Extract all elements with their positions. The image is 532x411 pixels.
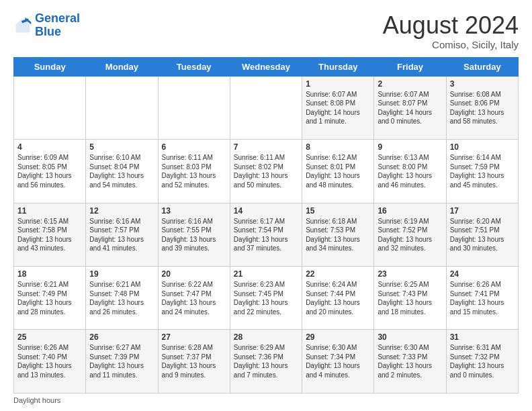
- day-info: Sunrise: 6:10 AM Sunset: 8:04 PM Dayligh…: [89, 153, 154, 189]
- calendar-day-cell: [158, 76, 230, 139]
- calendar-week-row: 1Sunrise: 6:07 AM Sunset: 8:08 PM Daylig…: [14, 76, 519, 139]
- day-number: 16: [378, 206, 442, 216]
- day-of-week-header: Monday: [86, 57, 158, 76]
- day-info: Sunrise: 6:30 AM Sunset: 7:34 PM Dayligh…: [306, 343, 370, 379]
- day-number: 17: [450, 206, 515, 216]
- calendar-day-cell: 24Sunrise: 6:26 AM Sunset: 7:41 PM Dayli…: [446, 267, 518, 330]
- calendar-day-cell: 1Sunrise: 6:07 AM Sunset: 8:08 PM Daylig…: [302, 76, 374, 139]
- day-number: 3: [450, 79, 515, 89]
- calendar-day-cell: 31Sunrise: 6:31 AM Sunset: 7:32 PM Dayli…: [446, 330, 518, 394]
- logo-icon: [13, 16, 32, 35]
- day-info: Sunrise: 6:19 AM Sunset: 7:52 PM Dayligh…: [378, 217, 442, 253]
- day-number: 27: [162, 332, 226, 342]
- calendar-week-row: 18Sunrise: 6:21 AM Sunset: 7:49 PM Dayli…: [14, 267, 519, 330]
- calendar-table: SundayMondayTuesdayWednesdayThursdayFrid…: [13, 57, 519, 394]
- day-number: 23: [378, 269, 442, 279]
- day-info: Sunrise: 6:11 AM Sunset: 8:02 PM Dayligh…: [234, 153, 298, 189]
- calendar-week-row: 11Sunrise: 6:15 AM Sunset: 7:58 PM Dayli…: [14, 203, 519, 266]
- logo: General Blue: [13, 12, 80, 39]
- day-info: Sunrise: 6:26 AM Sunset: 7:40 PM Dayligh…: [17, 343, 82, 379]
- calendar-day-cell: 16Sunrise: 6:19 AM Sunset: 7:52 PM Dayli…: [374, 203, 446, 266]
- day-number: 6: [162, 142, 226, 152]
- day-info: Sunrise: 6:13 AM Sunset: 8:00 PM Dayligh…: [378, 153, 442, 189]
- calendar-header-row: SundayMondayTuesdayWednesdayThursdayFrid…: [14, 57, 519, 76]
- day-of-week-header: Saturday: [446, 57, 518, 76]
- footer: Daylight hours: [13, 396, 519, 404]
- day-number: 19: [89, 269, 154, 279]
- day-info: Sunrise: 6:29 AM Sunset: 7:36 PM Dayligh…: [234, 343, 298, 379]
- calendar-day-cell: 22Sunrise: 6:24 AM Sunset: 7:44 PM Dayli…: [302, 267, 374, 330]
- calendar-day-cell: 27Sunrise: 6:28 AM Sunset: 7:37 PM Dayli…: [158, 330, 230, 394]
- calendar-day-cell: 17Sunrise: 6:20 AM Sunset: 7:51 PM Dayli…: [446, 203, 518, 266]
- day-info: Sunrise: 6:07 AM Sunset: 8:07 PM Dayligh…: [378, 90, 442, 126]
- day-info: Sunrise: 6:08 AM Sunset: 8:06 PM Dayligh…: [450, 90, 515, 126]
- day-number: 10: [450, 142, 515, 152]
- day-number: 29: [306, 332, 370, 342]
- calendar-day-cell: 6Sunrise: 6:11 AM Sunset: 8:03 PM Daylig…: [158, 140, 230, 203]
- day-number: 9: [378, 142, 442, 152]
- day-number: 18: [17, 269, 82, 279]
- day-info: Sunrise: 6:11 AM Sunset: 8:03 PM Dayligh…: [162, 153, 226, 189]
- calendar-day-cell: 29Sunrise: 6:30 AM Sunset: 7:34 PM Dayli…: [302, 330, 374, 394]
- day-number: 22: [306, 269, 370, 279]
- day-number: 26: [89, 332, 154, 342]
- day-number: 20: [162, 269, 226, 279]
- calendar-day-cell: 14Sunrise: 6:17 AM Sunset: 7:54 PM Dayli…: [230, 203, 302, 266]
- day-info: Sunrise: 6:07 AM Sunset: 8:08 PM Dayligh…: [306, 90, 370, 126]
- day-info: Sunrise: 6:16 AM Sunset: 7:55 PM Dayligh…: [162, 217, 226, 253]
- calendar-day-cell: 4Sunrise: 6:09 AM Sunset: 8:05 PM Daylig…: [14, 140, 86, 203]
- location: Comiso, Sicily, Italy: [383, 39, 519, 50]
- day-info: Sunrise: 6:17 AM Sunset: 7:54 PM Dayligh…: [234, 217, 298, 253]
- day-info: Sunrise: 6:22 AM Sunset: 7:47 PM Dayligh…: [162, 280, 226, 316]
- day-info: Sunrise: 6:21 AM Sunset: 7:48 PM Dayligh…: [89, 280, 154, 316]
- day-info: Sunrise: 6:12 AM Sunset: 8:01 PM Dayligh…: [306, 153, 370, 189]
- calendar-day-cell: [230, 76, 302, 139]
- calendar-day-cell: 10Sunrise: 6:14 AM Sunset: 7:59 PM Dayli…: [446, 140, 518, 203]
- footer-label: Daylight hours: [13, 396, 60, 404]
- logo-text: General Blue: [35, 12, 80, 39]
- day-info: Sunrise: 6:26 AM Sunset: 7:41 PM Dayligh…: [450, 280, 515, 316]
- day-number: 4: [17, 142, 82, 152]
- day-of-week-header: Wednesday: [230, 57, 302, 76]
- day-of-week-header: Tuesday: [158, 57, 230, 76]
- calendar-day-cell: 28Sunrise: 6:29 AM Sunset: 7:36 PM Dayli…: [230, 330, 302, 394]
- header: General Blue August 2024 Comiso, Sicily,…: [13, 12, 519, 50]
- day-info: Sunrise: 6:09 AM Sunset: 8:05 PM Dayligh…: [17, 153, 82, 189]
- day-number: 1: [306, 79, 370, 89]
- calendar-day-cell: 18Sunrise: 6:21 AM Sunset: 7:49 PM Dayli…: [14, 267, 86, 330]
- day-of-week-header: Sunday: [14, 57, 86, 76]
- calendar-day-cell: 9Sunrise: 6:13 AM Sunset: 8:00 PM Daylig…: [374, 140, 446, 203]
- calendar-day-cell: 25Sunrise: 6:26 AM Sunset: 7:40 PM Dayli…: [14, 330, 86, 394]
- title-block: August 2024 Comiso, Sicily, Italy: [383, 12, 519, 50]
- day-number: 12: [89, 206, 154, 216]
- calendar-day-cell: 8Sunrise: 6:12 AM Sunset: 8:01 PM Daylig…: [302, 140, 374, 203]
- day-number: 2: [378, 79, 442, 89]
- day-info: Sunrise: 6:28 AM Sunset: 7:37 PM Dayligh…: [162, 343, 226, 379]
- calendar-day-cell: 20Sunrise: 6:22 AM Sunset: 7:47 PM Dayli…: [158, 267, 230, 330]
- day-info: Sunrise: 6:23 AM Sunset: 7:45 PM Dayligh…: [234, 280, 298, 316]
- calendar-day-cell: 19Sunrise: 6:21 AM Sunset: 7:48 PM Dayli…: [86, 267, 158, 330]
- day-number: 13: [162, 206, 226, 216]
- day-number: 30: [378, 332, 442, 342]
- day-info: Sunrise: 6:24 AM Sunset: 7:44 PM Dayligh…: [306, 280, 370, 316]
- calendar-day-cell: 3Sunrise: 6:08 AM Sunset: 8:06 PM Daylig…: [446, 76, 518, 139]
- calendar-day-cell: 21Sunrise: 6:23 AM Sunset: 7:45 PM Dayli…: [230, 267, 302, 330]
- calendar-day-cell: 15Sunrise: 6:18 AM Sunset: 7:53 PM Dayli…: [302, 203, 374, 266]
- day-info: Sunrise: 6:14 AM Sunset: 7:59 PM Dayligh…: [450, 153, 515, 189]
- day-of-week-header: Thursday: [302, 57, 374, 76]
- calendar-day-cell: 13Sunrise: 6:16 AM Sunset: 7:55 PM Dayli…: [158, 203, 230, 266]
- day-of-week-header: Friday: [374, 57, 446, 76]
- day-info: Sunrise: 6:15 AM Sunset: 7:58 PM Dayligh…: [17, 217, 82, 253]
- day-number: 21: [234, 269, 298, 279]
- calendar-day-cell: [86, 76, 158, 139]
- calendar-week-row: 4Sunrise: 6:09 AM Sunset: 8:05 PM Daylig…: [14, 140, 519, 203]
- day-number: 7: [234, 142, 298, 152]
- day-number: 28: [234, 332, 298, 342]
- day-number: 25: [17, 332, 82, 342]
- calendar-day-cell: 23Sunrise: 6:25 AM Sunset: 7:43 PM Dayli…: [374, 267, 446, 330]
- day-info: Sunrise: 6:21 AM Sunset: 7:49 PM Dayligh…: [17, 280, 82, 316]
- calendar-week-row: 25Sunrise: 6:26 AM Sunset: 7:40 PM Dayli…: [14, 330, 519, 394]
- calendar-day-cell: 12Sunrise: 6:16 AM Sunset: 7:57 PM Dayli…: [86, 203, 158, 266]
- day-info: Sunrise: 6:30 AM Sunset: 7:33 PM Dayligh…: [378, 343, 442, 379]
- calendar-day-cell: 30Sunrise: 6:30 AM Sunset: 7:33 PM Dayli…: [374, 330, 446, 394]
